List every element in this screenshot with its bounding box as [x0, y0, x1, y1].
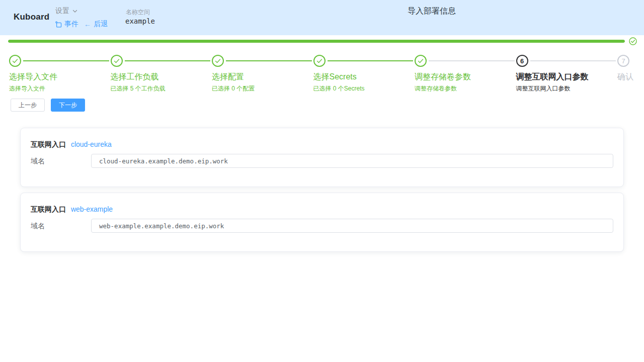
kuboard-logo[interactable]: Kuboard	[14, 12, 49, 22]
step-5-check-icon	[415, 55, 427, 67]
step-1-check-icon	[9, 55, 21, 67]
ingress-name-link[interactable]: cloud-eureka	[71, 140, 112, 148]
ingress-card-header: 互联网入口 cloud-eureka	[31, 140, 613, 149]
ingress-card-header: 互联网入口 web-example	[31, 205, 613, 214]
domain-form-row: 域名	[31, 219, 613, 233]
step-title: 选择工作负载	[111, 72, 212, 81]
step-title: 调整存储卷参数	[415, 72, 516, 81]
step-title: 选择配置	[212, 72, 313, 81]
step-title: 选择Secrets	[313, 72, 415, 81]
settings-menu[interactable]: 设置	[55, 7, 78, 16]
step-description: 已选择 0 个配置	[212, 85, 313, 92]
wizard-steps: 选择导入文件 选择导入文件 选择工作负载 已选择 5 个工作负载 选择配置 已选…	[0, 45, 644, 92]
step-title: 选择导入文件	[9, 72, 111, 81]
events-link[interactable]: 事件	[55, 20, 78, 29]
settings-label: 设置	[55, 7, 69, 16]
domain-form-row: 域名	[31, 154, 613, 168]
step-4-select-secrets: 选择Secrets 已选择 0 个Secrets	[313, 55, 415, 92]
prev-step-button[interactable]: 上一步	[11, 99, 45, 112]
step-connector	[328, 60, 414, 61]
domain-label: 域名	[31, 219, 91, 233]
domain-input[interactable]	[91, 154, 613, 168]
step-description: 已选择 0 个Secrets	[313, 85, 415, 92]
step-7-number: 7	[617, 55, 629, 67]
ingress-section-label: 互联网入口	[31, 205, 66, 213]
namespace-label: 名称空间	[126, 8, 150, 17]
chevron-down-icon	[72, 8, 78, 14]
step-5-adjust-volumes: 调整存储卷参数 调整存储卷参数	[415, 55, 516, 92]
step-3-select-configs: 选择配置 已选择 0 个配置	[212, 55, 313, 92]
step-4-check-icon	[313, 55, 326, 67]
ingress-card-cloud-eureka: 互联网入口 cloud-eureka 域名	[20, 128, 624, 187]
circle-check-icon	[629, 37, 637, 45]
step-2-select-workloads: 选择工作负载 已选择 5 个工作负载	[111, 55, 212, 92]
page-title: 导入部署信息	[408, 6, 456, 17]
events-label: 事件	[64, 20, 78, 29]
step-title: 调整互联网入口参数	[516, 72, 618, 81]
ingress-name-link[interactable]: web-example	[71, 205, 113, 213]
header-links: 事件 ← 后退	[55, 20, 108, 29]
events-icon	[55, 21, 62, 28]
import-progress-bar	[8, 37, 637, 45]
ingress-card-web-example: 互联网入口 web-example 域名	[20, 193, 624, 252]
domain-label: 域名	[31, 154, 91, 168]
step-7-confirm: 7 确认	[617, 55, 633, 92]
step-description: 已选择 5 个工作负载	[111, 85, 212, 92]
ingress-section-label: 互联网入口	[31, 140, 66, 148]
step-6-number: 6	[516, 55, 528, 67]
step-connector	[226, 60, 312, 61]
step-connector	[125, 60, 211, 61]
wizard-actions: 上一步 下一步	[11, 99, 644, 112]
step-title: 确认	[617, 72, 633, 81]
progress-fill	[8, 40, 625, 43]
step-description: 调整互联网入口参数	[516, 85, 618, 92]
step-1-select-import-file: 选择导入文件 选择导入文件	[9, 55, 111, 92]
step-description: 调整存储卷参数	[415, 85, 516, 92]
step-2-check-icon	[111, 55, 123, 67]
progress-track	[8, 40, 625, 43]
step-connector	[23, 60, 109, 61]
domain-input[interactable]	[91, 219, 613, 233]
step-6-adjust-ingress: 6 调整互联网入口参数 调整互联网入口参数	[516, 55, 618, 92]
app-header: Kuboard 设置 事件 ← 后退 名称空间 example 导入部署信息	[0, 0, 644, 35]
step-connector	[530, 60, 616, 61]
arrow-left-icon: ←	[84, 20, 91, 28]
back-link[interactable]: ← 后退	[84, 20, 108, 29]
next-step-button[interactable]: 下一步	[51, 99, 85, 112]
namespace-value: example	[125, 17, 155, 25]
step-description: 选择导入文件	[9, 85, 111, 92]
step-connector	[429, 60, 515, 61]
step-3-check-icon	[212, 55, 224, 67]
back-label: 后退	[94, 20, 108, 29]
